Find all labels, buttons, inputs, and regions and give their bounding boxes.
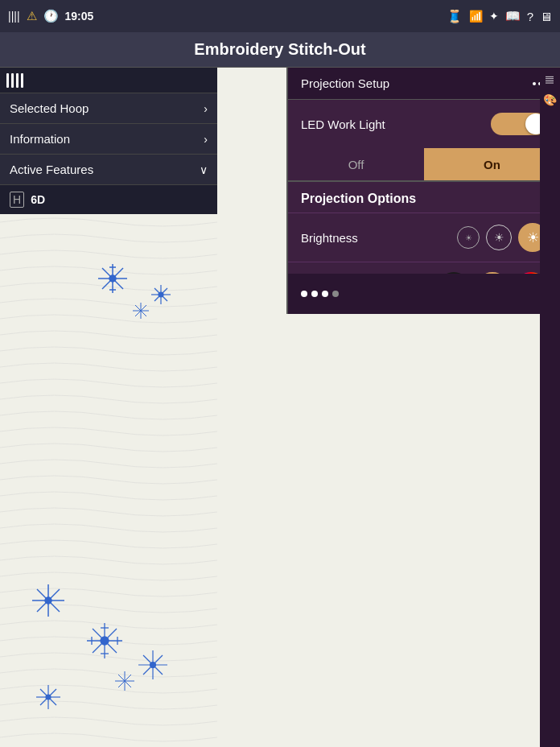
bluetooth-icon: ✦ (489, 10, 499, 23)
brightness-low-button[interactable]: ☀ (457, 226, 480, 249)
brightness-medium-icon: ☀ (494, 231, 504, 244)
sidebar-item-information[interactable]: Information › (0, 124, 217, 155)
led-work-light-label: LED Work Light (301, 118, 385, 131)
chevron-down-icon: ∨ (200, 163, 208, 176)
brightness-options: ☀ ☀ ☀ (457, 223, 547, 252)
active-features-label: Active Features (10, 163, 93, 176)
hoop-info-bar: H 6D (0, 185, 217, 214)
sidebar-top-bar (0, 68, 217, 93)
right-side-icons: |||| 🎨 (540, 68, 560, 747)
projection-header: Projection Setup (288, 68, 560, 100)
dot-1 (301, 291, 307, 297)
sidebar-item-selected-hoop[interactable]: Selected Hoop › (0, 93, 217, 124)
sidebar-canvas-preview (0, 214, 217, 747)
dot-4 (332, 291, 339, 297)
hoop-label: 6D (31, 193, 45, 206)
led-work-light-row: LED Work Light (288, 100, 560, 148)
question-icon: ? (527, 10, 533, 23)
page-title: Embroidery Stitch-Out (194, 40, 365, 59)
book-icon: 📖 (505, 9, 521, 23)
svg-point-21 (45, 597, 51, 604)
bars-icon: |||| (8, 10, 20, 23)
canvas-area: Projection Setup LED Work Light Off On (217, 68, 560, 747)
svg-rect-0 (0, 214, 217, 747)
dot-2 (311, 291, 318, 297)
svg-point-26 (101, 637, 109, 645)
main-layout: Selected Hoop › Information › Active Fea… (0, 68, 560, 747)
hoop-icon: H (10, 192, 24, 208)
svg-point-44 (46, 695, 51, 700)
brightness-low-icon: ☀ (465, 233, 472, 242)
on-off-toggle-row: Off On (288, 148, 560, 182)
projection-panel: Projection Setup LED Work Light Off On (286, 68, 560, 314)
display-icon: 🖥 (540, 10, 552, 23)
wifi-icon: 📶 (469, 10, 483, 23)
bottom-dots-bar (288, 274, 560, 314)
wavy-lines-bg (0, 214, 217, 747)
side-bars-icon: |||| (546, 76, 554, 84)
brightness-label: Brightness (301, 231, 358, 245)
information-label: Information (10, 132, 70, 146)
projection-options-header: Projection Options (288, 182, 560, 213)
side-palette-icon[interactable]: 🎨 (543, 93, 557, 106)
status-bar: |||| ⚠ 🕐 19:05 🧵 📶 ✦ 📖 ? 🖥 (0, 0, 560, 32)
brightness-medium-button[interactable]: ☀ (486, 225, 512, 250)
sewing-icon: 🧵 (447, 9, 463, 24)
status-right: 🧵 📶 ✦ 📖 ? 🖥 (447, 9, 552, 24)
led-toggle-slider[interactable] (491, 113, 547, 135)
status-left: |||| ⚠ 🕐 19:05 (8, 9, 93, 23)
off-button[interactable]: Off (288, 148, 424, 180)
selected-hoop-arrow: › (204, 102, 208, 115)
selected-hoop-label: Selected Hoop (10, 101, 89, 115)
projection-title: Projection Setup (301, 76, 389, 90)
svg-point-5 (109, 275, 116, 282)
svg-point-35 (150, 662, 156, 668)
sidebar: Selected Hoop › Information › Active Fea… (0, 68, 217, 747)
warning-icon: ⚠ (27, 9, 37, 23)
menu-bars-icon (6, 73, 23, 88)
brightness-high-icon: ☀ (527, 229, 539, 246)
svg-point-12 (159, 292, 163, 297)
sidebar-item-active-features[interactable]: Active Features ∨ (0, 155, 217, 185)
title-bar: Embroidery Stitch-Out (0, 32, 560, 68)
pagination-dots (301, 291, 339, 297)
projection-options-title: Projection Options (301, 192, 416, 205)
brightness-row: Brightness ☀ ☀ ☀ (288, 213, 560, 262)
dot-3 (322, 291, 328, 297)
information-arrow: › (204, 133, 208, 146)
time-display: 19:05 (65, 10, 94, 23)
clock-icon: 🕐 (43, 9, 59, 23)
